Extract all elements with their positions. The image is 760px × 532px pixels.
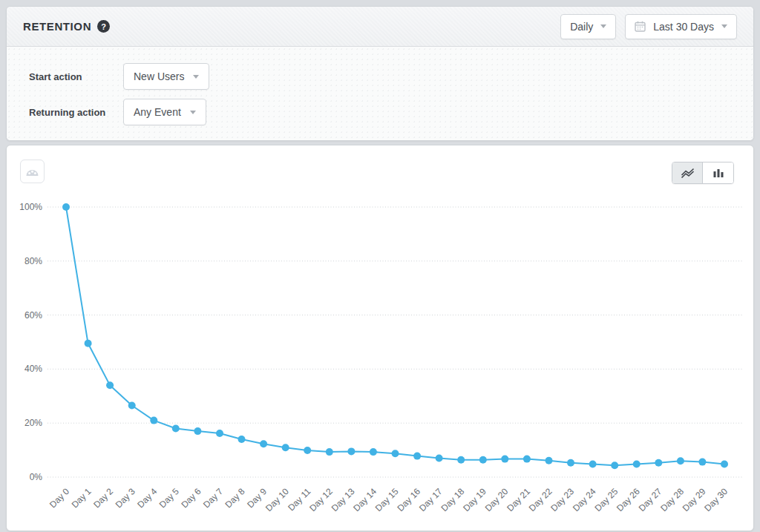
- svg-text:Day 8: Day 8: [223, 486, 247, 510]
- date-range-dropdown-label: Last 30 Days: [653, 21, 714, 33]
- interval-dropdown-label: Daily: [570, 21, 593, 33]
- date-range-dropdown[interactable]: Last 30 Days: [625, 14, 737, 39]
- svg-text:40%: 40%: [24, 364, 42, 374]
- chevron-down-icon: [190, 111, 196, 114]
- header-controls: Daily Last 30 Days: [560, 14, 737, 39]
- report-header: RETENTION ? Daily La: [7, 7, 753, 47]
- svg-text:Day 26: Day 26: [615, 486, 642, 513]
- retention-page: RETENTION ? Daily La: [0, 0, 760, 532]
- svg-text:80%: 80%: [24, 256, 42, 266]
- calendar-icon: [635, 21, 646, 32]
- svg-text:Day 22: Day 22: [527, 486, 554, 513]
- svg-text:Day 1: Day 1: [70, 486, 94, 510]
- returning-action-label: Returning action: [29, 107, 123, 118]
- svg-text:Day 27: Day 27: [637, 486, 664, 513]
- start-action-value: New Users: [134, 70, 184, 82]
- svg-text:Day 23: Day 23: [548, 486, 576, 513]
- svg-text:Day 5: Day 5: [157, 486, 181, 510]
- help-icon[interactable]: ?: [97, 20, 110, 33]
- svg-text:Day 12: Day 12: [307, 486, 335, 513]
- svg-text:Day 28: Day 28: [658, 486, 686, 513]
- interval-dropdown[interactable]: Daily: [560, 14, 616, 39]
- returning-action-dropdown[interactable]: Any Event: [123, 99, 206, 125]
- svg-text:Day 10: Day 10: [263, 486, 291, 513]
- svg-text:Day 20: Day 20: [483, 486, 511, 513]
- svg-text:Day 16: Day 16: [395, 486, 422, 513]
- svg-text:Day 11: Day 11: [286, 486, 312, 513]
- title-wrap: RETENTION ?: [23, 20, 110, 33]
- retention-line-chart[interactable]: 0%20%40%60%80%100%Day 0Day 1Day 2Day 3Da…: [7, 145, 754, 531]
- svg-text:20%: 20%: [24, 418, 42, 428]
- returning-action-value: Any Event: [134, 106, 181, 118]
- chevron-down-icon: [193, 75, 199, 79]
- page-title: RETENTION: [23, 20, 91, 33]
- chevron-down-icon: [600, 24, 606, 28]
- svg-text:Day 4: Day 4: [135, 486, 159, 510]
- chart-card: 0%20%40%60%80%100%Day 0Day 1Day 2Day 3Da…: [6, 145, 754, 531]
- returning-action-row: Returning action Any Event: [29, 99, 731, 125]
- svg-text:Day 15: Day 15: [373, 486, 401, 513]
- svg-text:Day 13: Day 13: [330, 486, 357, 513]
- report-header-card: RETENTION ? Daily La: [6, 6, 754, 141]
- svg-text:Day 21: Day 21: [505, 486, 532, 513]
- svg-text:Day 6: Day 6: [179, 486, 203, 510]
- svg-text:100%: 100%: [19, 202, 42, 212]
- filters-panel: Start action New Users Returning action …: [7, 47, 753, 140]
- svg-text:Day 2: Day 2: [91, 486, 115, 510]
- start-action-row: Start action New Users: [29, 63, 731, 90]
- svg-text:Day 18: Day 18: [439, 486, 467, 513]
- svg-text:Day 3: Day 3: [114, 486, 137, 510]
- svg-text:Day 30: Day 30: [702, 486, 730, 513]
- svg-text:Day 25: Day 25: [593, 486, 620, 513]
- svg-text:Day 0: Day 0: [48, 486, 71, 510]
- start-action-label: Start action: [29, 71, 123, 82]
- svg-text:Day 17: Day 17: [417, 486, 445, 513]
- svg-text:0%: 0%: [30, 472, 43, 482]
- svg-text:60%: 60%: [24, 310, 42, 321]
- svg-text:Day 19: Day 19: [461, 486, 488, 513]
- chevron-down-icon: [721, 24, 727, 28]
- svg-text:Day 14: Day 14: [351, 486, 379, 513]
- svg-text:Day 24: Day 24: [571, 486, 598, 513]
- start-action-dropdown[interactable]: New Users: [123, 63, 209, 90]
- svg-text:Day 7: Day 7: [201, 486, 225, 510]
- svg-text:Day 29: Day 29: [681, 486, 708, 513]
